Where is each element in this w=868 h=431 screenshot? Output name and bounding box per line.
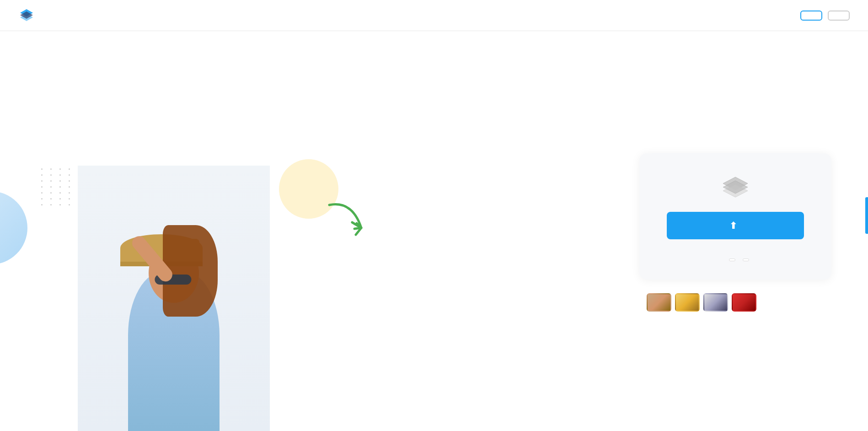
dot [59, 198, 61, 199]
hero-image-woman [78, 166, 270, 431]
no-image-section [639, 293, 831, 312]
v-key [743, 259, 749, 261]
sample-thumbnails [647, 293, 756, 312]
dot [69, 204, 70, 205]
dot [69, 192, 70, 194]
dot [69, 198, 70, 199]
dot [50, 174, 52, 176]
navbar [0, 0, 868, 31]
layers-icon [719, 176, 751, 199]
sample-thumb-1[interactable] [647, 293, 671, 312]
dot [41, 204, 43, 205]
dot [50, 168, 52, 170]
sample-thumb-4[interactable] [732, 293, 756, 312]
dot [59, 174, 61, 176]
hero-section: const dotsContainer = document.querySele… [0, 31, 868, 431]
upload-image-button[interactable]: ⬆ [667, 212, 804, 239]
hero-content-right: ⬆ [639, 153, 831, 318]
login-signup-button[interactable] [828, 11, 850, 21]
dot [50, 198, 52, 199]
sample-thumb-2[interactable] [675, 293, 700, 312]
blue-arc-decoration [0, 191, 27, 264]
dot [69, 180, 70, 182]
green-arrow-icon [325, 196, 375, 242]
scroll-indicator [865, 197, 868, 234]
logo-icon [18, 7, 35, 24]
dot [59, 192, 61, 194]
dot [50, 192, 52, 194]
logo[interactable] [18, 7, 39, 24]
dot [41, 174, 43, 176]
dot [69, 168, 70, 170]
dot [50, 180, 52, 182]
upload-icon: ⬆ [729, 220, 737, 231]
remove-background-button[interactable] [800, 11, 822, 21]
dot [41, 192, 43, 194]
dot [59, 204, 61, 205]
upload-card: ⬆ [639, 153, 831, 280]
dot [59, 186, 61, 188]
dot [59, 180, 61, 182]
dot [41, 198, 43, 199]
dot [41, 180, 43, 182]
dot [41, 168, 43, 170]
nav-left [18, 7, 91, 24]
dot [59, 168, 61, 170]
nav-right [800, 11, 850, 21]
sample-thumb-3[interactable] [703, 293, 728, 312]
dot [69, 186, 70, 188]
dot [41, 186, 43, 188]
ctrl-key [729, 259, 735, 261]
dot [69, 174, 70, 176]
dot [50, 204, 52, 205]
dot [50, 186, 52, 188]
paste-row [722, 259, 749, 261]
